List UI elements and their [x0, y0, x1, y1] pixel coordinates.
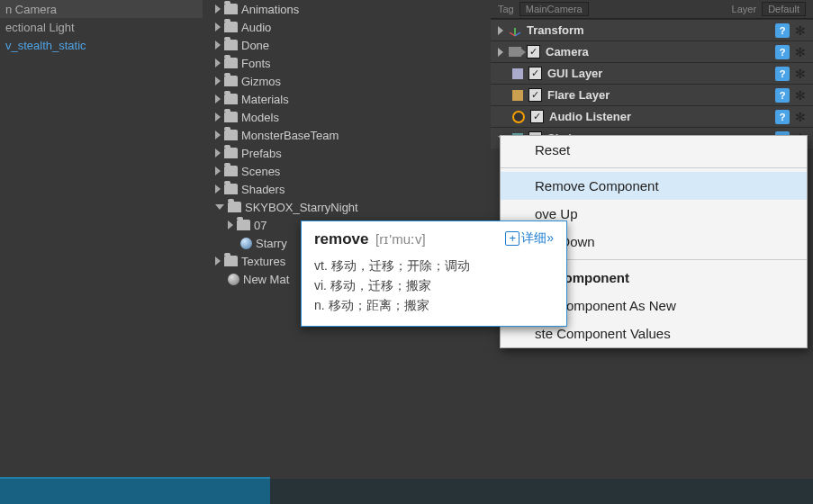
folder-label: Prefabs: [241, 147, 282, 160]
component-transform[interactable]: Transform ? ✻: [491, 19, 813, 40]
foldout-icon[interactable]: [215, 256, 221, 266]
folder-label: Materials: [241, 93, 289, 106]
dictionary-more-link[interactable]: +详细»: [505, 230, 554, 247]
folder-icon: [224, 148, 238, 158]
folder-item[interactable]: Scenes: [203, 162, 491, 180]
component-label: Audio Listener: [549, 110, 770, 123]
component-icon: [512, 68, 523, 79]
dictionary-pronunciation: [rɪ'muːv]: [375, 231, 426, 247]
folder-icon: [224, 112, 238, 122]
layer-dropdown[interactable]: Default: [762, 2, 806, 16]
folder-label: Scenes: [241, 165, 280, 178]
plus-icon: +: [505, 231, 519, 246]
folder-icon: [228, 202, 241, 212]
folder-item[interactable]: Animations: [203, 0, 491, 18]
gear-icon[interactable]: ✻: [795, 24, 808, 37]
camera-icon: [509, 47, 521, 57]
folder-item[interactable]: Prefabs: [203, 144, 491, 162]
folder-label: Animations: [241, 3, 299, 16]
help-icon[interactable]: ?: [775, 88, 790, 103]
folder-item[interactable]: Models: [203, 108, 491, 126]
material-icon: [228, 274, 239, 285]
foldout-icon[interactable]: [498, 48, 503, 57]
folder-label: MonsterBaseTeam: [241, 129, 339, 142]
menu-reset[interactable]: Reset: [501, 136, 807, 164]
foldout-icon[interactable]: [215, 4, 221, 14]
component-camera[interactable]: ✓ Camera ? ✻: [491, 40, 813, 62]
folder-label: Gizmos: [241, 75, 281, 88]
folder-icon: [224, 184, 238, 194]
hierarchy-item[interactable]: ectional Light: [0, 18, 203, 36]
folder-item-open[interactable]: SKYBOX_StarryNight: [203, 198, 491, 216]
definition-line: n. 移动；距离；搬家: [314, 295, 554, 315]
help-icon[interactable]: ?: [775, 45, 790, 59]
folder-icon: [224, 58, 238, 68]
asset-label: New Mat: [243, 273, 289, 286]
gameobject-label: ectional Light: [5, 21, 75, 34]
separator: [501, 167, 807, 168]
hierarchy-item[interactable]: n Camera: [0, 0, 203, 18]
definition-line: vt. 移动，迁移；开除；调动: [314, 256, 554, 275]
gear-icon[interactable]: ✻: [795, 46, 808, 58]
gear-icon[interactable]: ✻: [795, 68, 808, 80]
foldout-icon[interactable]: [215, 22, 221, 32]
gameobject-label: v_stealth_static: [5, 39, 86, 52]
gameobject-label: n Camera: [5, 3, 57, 16]
folder-item[interactable]: Done: [203, 36, 491, 54]
enable-checkbox[interactable]: ✓: [527, 45, 540, 58]
help-icon[interactable]: ?: [775, 110, 790, 124]
transform-icon: [509, 24, 521, 37]
component-label: Flare Layer: [547, 88, 770, 102]
dictionary-headword: remove: [314, 230, 368, 248]
folder-item[interactable]: MonsterBaseTeam: [203, 126, 491, 144]
component-flare-layer[interactable]: ✓ Flare Layer ? ✻: [491, 84, 813, 105]
folder-icon: [224, 4, 238, 14]
foldout-icon[interactable]: [215, 40, 221, 50]
hierarchy-item-prefab[interactable]: v_stealth_static: [0, 36, 203, 54]
folder-item[interactable]: Audio: [203, 18, 491, 36]
folder-label: Audio: [241, 21, 271, 34]
foldout-icon[interactable]: [228, 220, 233, 230]
dictionary-popup: +详细» remove [rɪ'muːv] vt. 移动，迁移；开除；调动 vi…: [301, 220, 567, 327]
foldout-icon[interactable]: [498, 26, 503, 35]
folder-icon: [224, 166, 238, 176]
foldout-icon[interactable]: [215, 148, 221, 158]
more-label: 详细»: [521, 230, 554, 245]
gear-icon[interactable]: ✻: [795, 89, 808, 102]
foldout-icon[interactable]: [215, 94, 221, 104]
component-audio-listener[interactable]: ✓ Audio Listener ? ✻: [491, 105, 813, 127]
help-icon[interactable]: ?: [775, 23, 790, 38]
folder-item[interactable]: Shaders: [203, 180, 491, 198]
folder-label: Shaders: [241, 183, 285, 196]
folder-icon: [224, 94, 238, 104]
component-gui-layer[interactable]: ✓ GUI Layer ? ✻: [491, 62, 813, 84]
asset-label: Starry: [256, 237, 287, 250]
dictionary-definitions: vt. 移动，迁移；开除；调动 vi. 移动，迁移；搬家 n. 移动；距离；搬家: [314, 256, 554, 315]
help-icon[interactable]: ?: [775, 67, 790, 81]
folder-label: Textures: [241, 255, 285, 268]
folder-icon: [224, 130, 238, 140]
menu-remove-component[interactable]: Remove Component: [501, 172, 807, 200]
foldout-icon[interactable]: [215, 184, 221, 194]
tag-dropdown[interactable]: MainCamera: [519, 2, 589, 16]
folder-item[interactable]: Materials: [203, 90, 491, 108]
enable-checkbox[interactable]: ✓: [530, 110, 544, 123]
component-label: Transform: [527, 23, 770, 37]
enable-checkbox[interactable]: ✓: [528, 67, 542, 80]
gear-icon[interactable]: ✻: [795, 111, 808, 123]
speaker-icon: [512, 111, 525, 123]
folder-icon: [237, 220, 250, 230]
foldout-icon[interactable]: [215, 130, 221, 140]
enable-checkbox[interactable]: ✓: [528, 88, 542, 102]
foldout-icon[interactable]: [215, 76, 221, 86]
folder-item[interactable]: Fonts: [203, 54, 491, 72]
folder-icon: [224, 22, 238, 32]
foldout-icon[interactable]: [215, 166, 221, 176]
folder-item[interactable]: Gizmos: [203, 72, 491, 90]
component-label: GUI Layer: [547, 67, 770, 80]
foldout-icon[interactable]: [215, 204, 224, 210]
foldout-icon[interactable]: [215, 112, 221, 122]
layer-label: Layer: [732, 4, 757, 14]
foldout-icon[interactable]: [215, 58, 221, 68]
folder-icon: [224, 40, 238, 50]
